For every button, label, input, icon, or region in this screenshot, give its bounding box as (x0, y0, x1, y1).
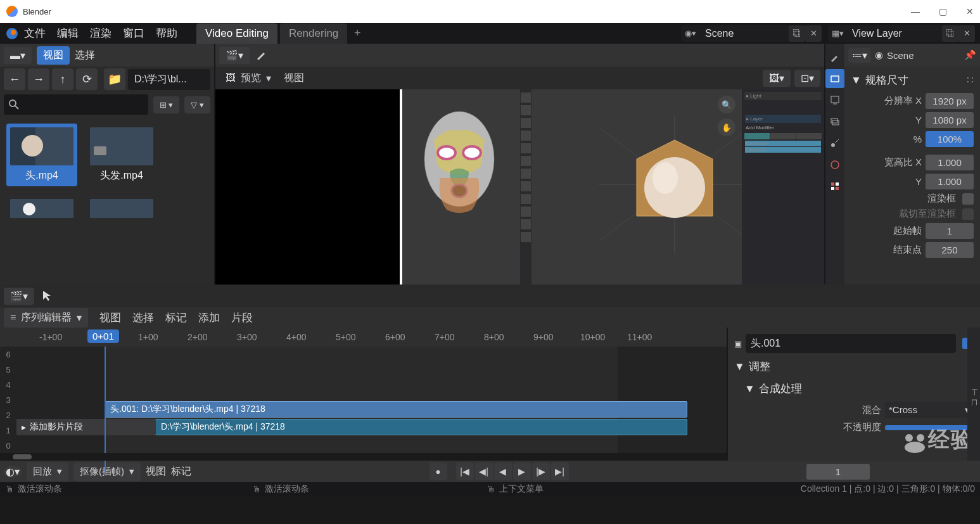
playback-popover[interactable]: 回放▾ (27, 463, 68, 481)
nav-forward-button[interactable]: → (28, 68, 49, 90)
cursor-tool-icon[interactable] (41, 288, 56, 304)
frame-end-field[interactable]: 250 (926, 242, 974, 258)
pb-view-menu[interactable]: 视图 (146, 465, 166, 478)
display-mode-button[interactable]: ⊞ ▾ (153, 96, 180, 113)
menu-help[interactable]: 帮助 (156, 26, 177, 41)
menu-file[interactable]: 文件 (24, 26, 46, 41)
file-item-4[interactable] (86, 195, 157, 222)
timeline[interactable]: -1+00 0+01 1+00 2+00 3+00 4+00 5+00 6+00… (0, 328, 727, 461)
prop-tab-render[interactable] (825, 69, 844, 88)
video-strip-2[interactable]: 头.001: D:\学习\blender\头.mp4 | 37218 (105, 401, 687, 418)
file-item-head[interactable]: 头.mp4 (6, 124, 77, 186)
viewlayer-delete-button[interactable]: ✕ (958, 25, 975, 42)
nav-up-button[interactable]: ↑ (52, 68, 73, 90)
seq-select-menu[interactable]: 选择 (132, 310, 154, 325)
keying-popover[interactable]: 抠像(插帧)▾ (73, 463, 141, 481)
scene-delete-button[interactable]: ✕ (805, 25, 822, 42)
seq-marker-menu[interactable]: 标记 (165, 310, 187, 325)
seq-add-menu[interactable]: 添加 (198, 310, 220, 325)
timeline-scrollbar[interactable] (0, 453, 727, 461)
dimensions-panel-header[interactable]: ▼ 规格尺寸 ∷ (848, 69, 976, 91)
workspace-tab-rendering[interactable]: Rendering (280, 23, 347, 44)
panel-menu-icon[interactable]: ∷ (967, 73, 974, 87)
menu-window[interactable]: 窗口 (123, 26, 144, 41)
filter-button[interactable]: ▽ ▾ (184, 96, 210, 113)
blend-mode-dropdown[interactable]: *Cross▾ (885, 402, 974, 418)
scene-breadcrumb[interactable]: Scene (887, 50, 914, 61)
preview-view-menu[interactable]: 视图 (284, 72, 304, 85)
mouse-icon: 🖱 (252, 484, 261, 494)
preview-display-button[interactable]: 🖼▾ (763, 70, 791, 87)
preview-overlay-button[interactable]: ⊡▾ (794, 70, 820, 87)
path-field[interactable]: D:\学习\bl... (128, 69, 210, 90)
sequencer-editor-type[interactable]: 🎬▾ (4, 288, 34, 305)
outliner-type[interactable]: ≔▾ (848, 48, 871, 63)
workspace-tab-video-editing[interactable]: Video Editing (196, 23, 277, 44)
resolution-pct-field[interactable]: 100% (926, 131, 974, 147)
frame-start-field[interactable]: 1 (926, 223, 974, 239)
keyframe-prev-button[interactable]: ◀| (475, 463, 493, 480)
nav-refresh-button[interactable]: ⟳ (76, 68, 98, 90)
maximize-button[interactable]: ▢ (939, 6, 947, 16)
aspect-y-field[interactable]: 1.000 (926, 174, 974, 189)
adjust-panel-header[interactable]: ▼调整∷ (732, 355, 976, 378)
jump-end-button[interactable]: ▶| (551, 463, 569, 480)
timeline-ruler[interactable]: -1+00 0+01 1+00 2+00 3+00 4+00 5+00 6+00… (0, 328, 727, 347)
fb-view-button[interactable]: 视图 (37, 46, 70, 65)
timeline-tracks[interactable]: 0 1 2 3 4 5 6 头.001: D:\学习\blender\头.mp4… (0, 347, 727, 453)
prop-tab-texture[interactable] (825, 177, 844, 196)
pan-icon[interactable]: ✋ (718, 118, 735, 136)
preview-mode-dropdown[interactable]: 🖼 预览 ▾ (219, 68, 277, 88)
fb-select-button[interactable]: 选择 (75, 49, 95, 62)
filebrowser-editor-type[interactable]: ▬▾ (4, 47, 32, 64)
playhead-frame[interactable]: 0+01 (87, 329, 119, 343)
prop-tab-viewlayer[interactable] (825, 112, 844, 131)
close-button[interactable]: ✕ (966, 6, 974, 16)
autokey-button[interactable]: ● (430, 463, 447, 480)
nav-newfolder-button[interactable]: 📁 (104, 68, 125, 90)
workspace-add-button[interactable]: + (350, 27, 365, 40)
seq-strip-menu[interactable]: 片段 (231, 310, 253, 325)
sequencer-mode-dropdown[interactable]: ≡序列编辑器▾ (4, 308, 88, 328)
seq-view-menu[interactable]: 视图 (99, 310, 121, 325)
aspect-x-field[interactable]: 1.000 (926, 155, 974, 170)
scene-field[interactable] (700, 25, 789, 42)
crop-border-checkbox[interactable] (962, 208, 974, 220)
side-tabs[interactable]: ⊢ ⊏ (967, 328, 980, 461)
prop-tab-tool[interactable] (825, 48, 844, 67)
menu-edit[interactable]: 编辑 (57, 26, 79, 41)
search-input[interactable] (4, 94, 148, 115)
video-strip-1[interactable]: D:\学习\blender\头.mp4 | 37218 (105, 419, 687, 435)
current-frame-field[interactable]: 1 (806, 464, 870, 480)
viewlayer-new-button[interactable]: ⿻ (942, 25, 958, 42)
play-reverse-button[interactable]: ◀ (494, 463, 512, 480)
scene-new-button[interactable]: ⿻ (789, 25, 805, 42)
prop-tab-output[interactable] (825, 91, 844, 110)
timeline-editor-type[interactable]: ◐▾ (4, 466, 22, 478)
eyedropper-icon[interactable] (255, 49, 267, 61)
viewlayer-field[interactable] (847, 25, 942, 42)
play-button[interactable]: ▶ (513, 463, 531, 480)
resolution-x-field[interactable]: 1920 px (926, 93, 974, 109)
nav-back-button[interactable]: ← (4, 68, 25, 90)
keyframe-next-button[interactable]: |▶ (532, 463, 550, 480)
compositing-panel-header[interactable]: ▼合成处理 (732, 378, 976, 400)
mouse-icon: 🖱 (487, 484, 495, 494)
preview-canvas[interactable]: ● Light ▸ Layer Add Modifier Subdivision… (215, 89, 824, 284)
preview-editor-type[interactable]: 🎬▾ (219, 47, 250, 64)
prop-tab-world[interactable] (825, 155, 844, 174)
resolution-y-field[interactable]: 1080 px (926, 112, 974, 128)
strip-name-field[interactable] (746, 334, 956, 353)
file-item-hair[interactable]: 头发.mp4 (86, 124, 157, 186)
pb-marker-menu[interactable]: 标记 (171, 465, 191, 478)
pin-icon[interactable]: 📌 (964, 49, 976, 61)
minimize-button[interactable]: — (911, 6, 920, 16)
jump-start-button[interactable]: |◀ (456, 463, 474, 480)
render-border-checkbox[interactable] (962, 193, 974, 205)
sequencer-header: ≡序列编辑器▾ 视图 选择 标记 添加 片段 (0, 307, 980, 328)
menu-render[interactable]: 渲染 (90, 26, 111, 41)
prop-tab-scene[interactable] (825, 134, 844, 153)
file-item-3[interactable] (6, 195, 77, 222)
zoom-icon[interactable]: 🔍 (718, 96, 735, 113)
opacity-slider[interactable] (885, 425, 974, 430)
